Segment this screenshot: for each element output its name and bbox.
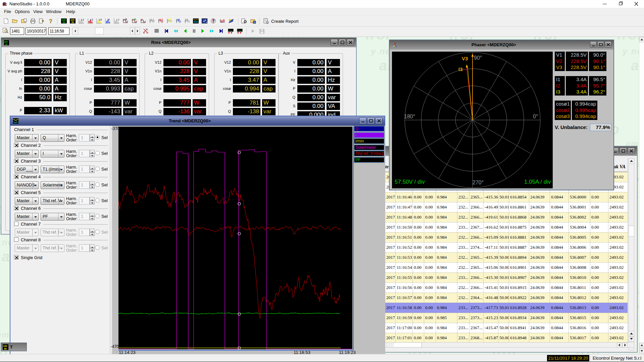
svg-text:180°: 180° <box>404 114 415 119</box>
svg-text:L1: L1 <box>151 18 154 21</box>
svg-text:V3: V3 <box>462 56 468 61</box>
svg-text:I4: I4 <box>107 18 110 21</box>
svg-text:50: 50 <box>71 21 74 23</box>
svg-text:L2: L2 <box>160 18 163 21</box>
svg-text:i: i <box>267 21 267 24</box>
svg-text:I3: I3 <box>458 66 463 72</box>
svg-text:?: ? <box>49 18 52 24</box>
svg-text:L1: L1 <box>81 18 84 21</box>
svg-text:I4: I4 <box>178 18 180 21</box>
svg-text:270°: 270° <box>473 180 484 185</box>
svg-text:90°: 90° <box>474 55 482 61</box>
svg-text:LX: LX <box>116 18 119 21</box>
svg-text:L3: L3 <box>168 18 171 21</box>
svg-text:50: 50 <box>63 21 65 23</box>
svg-text:X: X <box>186 18 188 21</box>
svg-text:220: 220 <box>3 345 7 347</box>
svg-text:57.50V / div: 57.50V / div <box>395 179 425 185</box>
svg-text:50: 50 <box>4 348 7 350</box>
svg-text:L2: L2 <box>90 18 93 21</box>
svg-text:L3: L3 <box>99 18 102 21</box>
svg-text:1.05A / div: 1.05A / div <box>524 179 551 185</box>
svg-text:0°: 0° <box>533 114 538 119</box>
